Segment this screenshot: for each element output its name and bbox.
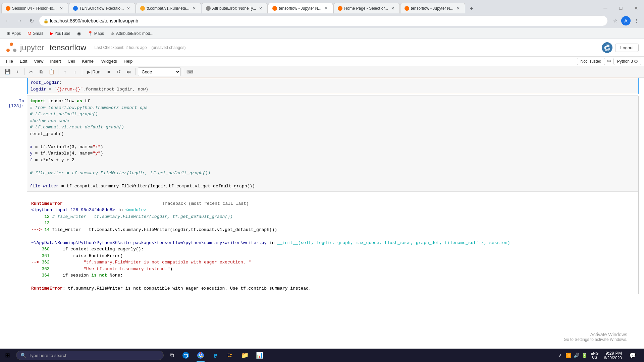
error-line14: 14 <box>42 227 49 232</box>
menu-insert[interactable]: Insert <box>47 57 64 65</box>
action-center-icon: 💬 <box>629 352 636 359</box>
reload-button[interactable]: ↻ <box>27 16 36 25</box>
comment-4: # tf.compat.v1.reset_default_graph() <box>30 125 124 130</box>
partial-cell-prompt-empty <box>0 78 27 94</box>
cell-128-wrapper: In [128]: import tensorflow as tf # from… <box>0 94 644 296</box>
taskbar-ie-app[interactable]: e <box>208 349 223 362</box>
cell-type-select[interactable]: Code Markdown Raw NBConvert <box>138 67 181 76</box>
tray-language[interactable]: ENG US <box>589 351 600 359</box>
tab-close-2[interactable]: ✕ <box>126 6 131 11</box>
paste-button[interactable]: 📋 <box>47 67 56 76</box>
svg-point-0 <box>10 43 13 46</box>
task-view-button[interactable]: ⧉ <box>165 349 178 362</box>
tab-session04[interactable]: Session 04 - TensorFlo... ✕ <box>1 3 68 13</box>
tray-clock[interactable]: 9:29 PM 6/29/2020 <box>601 351 625 360</box>
menu-kernel[interactable]: Kernel <box>78 57 98 65</box>
tray-volume-icon[interactable]: 🔊 <box>573 352 580 359</box>
tab-tensorflow-jupyter-active[interactable]: tensorflow - Jupyter N... ✕ <box>268 3 333 13</box>
new-tab-button[interactable]: + <box>467 4 476 13</box>
notebook-content[interactable]: root_logdir: logdir = "{}/run-{}".format… <box>0 78 644 349</box>
move-up-button[interactable]: ↑ <box>60 67 70 76</box>
tray-region-label: US <box>591 355 599 359</box>
cell-128-code: import tensorflow as tf # from tensorflo… <box>27 96 638 191</box>
back-button[interactable]: ← <box>3 16 12 25</box>
bookmark-gmail[interactable]: M Gmail <box>25 29 46 37</box>
partial-cell-above: root_logdir: logdir = "{}/run-{}".format… <box>0 78 644 94</box>
menu-cell[interactable]: Cell <box>64 57 78 65</box>
forward-button[interactable]: → <box>15 16 24 25</box>
tab-tensor-flow-exec[interactable]: TENSOR flow executio... ✕ <box>69 3 136 13</box>
taskbar-app5[interactable]: 📊 <box>252 349 267 362</box>
gmail-icon: M <box>28 31 31 36</box>
bookmark-maps[interactable]: 📍 Maps <box>85 29 107 37</box>
tray-battery-icon[interactable]: 🔋 <box>581 352 588 359</box>
tab-home-page[interactable]: Home Page - Select or... ✕ <box>333 3 400 13</box>
tab-close-7[interactable]: ✕ <box>455 6 461 11</box>
cell-128-content[interactable]: import tensorflow as tf # from tensorflo… <box>27 96 639 294</box>
taskbar-explorer-app[interactable]: 🗂 <box>223 349 237 362</box>
taskbar-edge-app[interactable] <box>178 349 193 362</box>
taskbar-search-box[interactable]: 🔍 Type here to search <box>16 351 164 360</box>
menu-edit[interactable]: Edit <box>16 57 31 65</box>
partial-cell-content[interactable]: root_logdir: logdir = "{}/run-{}".format… <box>27 78 639 94</box>
tab-close-4[interactable]: ✕ <box>258 6 263 11</box>
bookmark-icon-3: ◉ <box>77 31 81 36</box>
copy-button[interactable]: ⧉ <box>37 67 46 76</box>
edit-icon[interactable]: ✏ <box>607 58 611 64</box>
tab-favicon-6 <box>338 6 342 11</box>
code-y-close: ) <box>101 151 103 156</box>
menu-help[interactable]: Help <box>120 57 136 65</box>
show-desktop-button[interactable] <box>642 349 644 362</box>
tab-close-6[interactable]: ✕ <box>390 6 395 11</box>
menu-widgets[interactable]: Widgets <box>98 57 120 65</box>
interrupt-button[interactable]: ■ <box>104 67 113 76</box>
tab-close-5[interactable]: ✕ <box>323 6 329 11</box>
kw-as: as <box>77 99 82 104</box>
browser-actions: ☆ A ⋮ <box>610 16 641 25</box>
save-button[interactable]: 💾 <box>3 67 12 76</box>
restart-button[interactable]: ↺ <box>114 67 123 76</box>
maximize-button[interactable]: □ <box>613 3 629 13</box>
run-icon: ▶| <box>87 69 92 74</box>
bookmark-apps[interactable]: ⊞ Apps <box>4 29 23 37</box>
tab-close-3[interactable]: ✕ <box>192 6 197 11</box>
menu-file[interactable]: File <box>3 57 16 65</box>
not-trusted-button[interactable]: Not Trusted <box>577 58 605 65</box>
code-fw-assign: = tf.compat.v1.summary.FileWriter(logdir… <box>59 184 255 189</box>
add-cell-button[interactable]: + <box>13 67 22 76</box>
tab-close-1[interactable]: ✕ <box>59 6 64 11</box>
menu-view[interactable]: View <box>31 57 47 65</box>
action-center-button[interactable]: 💬 <box>626 349 639 362</box>
tab-tensorflow-jupyter-2[interactable]: tensorflow - Jupyter N... ✕ <box>400 3 465 13</box>
start-button[interactable]: ⊞ <box>0 349 15 362</box>
close-window-button[interactable]: ✕ <box>629 3 644 13</box>
tray-network-icon[interactable]: 📶 <box>565 352 572 359</box>
error-arrow14: ---> <box>31 227 42 232</box>
notebook-wrapper[interactable]: jupyter tensorflow Last Checkpoint: 2 ho… <box>0 39 644 349</box>
run-label: Run <box>92 69 100 74</box>
watermark: Activate Windows Go to Settings to activ… <box>564 332 627 342</box>
keyboard-shortcuts-button[interactable]: ⌨ <box>185 67 195 76</box>
tab-attribute-error[interactable]: AttributeError: 'NoneTy... ✕ <box>202 3 268 13</box>
code-f-var: f <box>30 158 33 163</box>
move-down-button[interactable]: ↓ <box>70 67 80 76</box>
url-bar[interactable]: 🔒 localhost:8890/notebooks/tensorflow.ip… <box>39 15 608 26</box>
extensions-button[interactable]: ⋮ <box>632 16 641 25</box>
taskbar-file-manager-app[interactable]: 📁 <box>237 349 252 362</box>
cut-button[interactable]: ✂ <box>26 67 36 76</box>
tab-tf-compat[interactable]: tf.compat.v1.RunMeta... ✕ <box>136 3 201 13</box>
run-button[interactable]: ▶| Run <box>84 68 103 75</box>
bookmark-star-button[interactable]: ☆ <box>610 16 620 25</box>
logout-button[interactable]: Logout <box>615 44 639 52</box>
bookmark-item3[interactable]: ◉ <box>74 29 84 37</box>
profile-button[interactable]: A <box>621 16 631 25</box>
minimize-button[interactable]: ─ <box>598 3 613 13</box>
bookmark-youtube[interactable]: ▶ YouTube <box>47 29 73 37</box>
tray-chevron[interactable]: ∧ <box>557 352 564 359</box>
svg-point-1 <box>6 49 10 52</box>
bookmark-attribute-error[interactable]: ⚠ AttributeError: mod... <box>108 29 156 37</box>
edge-icon <box>182 352 190 359</box>
taskbar-chrome-app[interactable] <box>193 349 208 362</box>
chrome-icon <box>197 352 204 359</box>
fast-forward-button[interactable]: ⏭ <box>124 67 133 76</box>
